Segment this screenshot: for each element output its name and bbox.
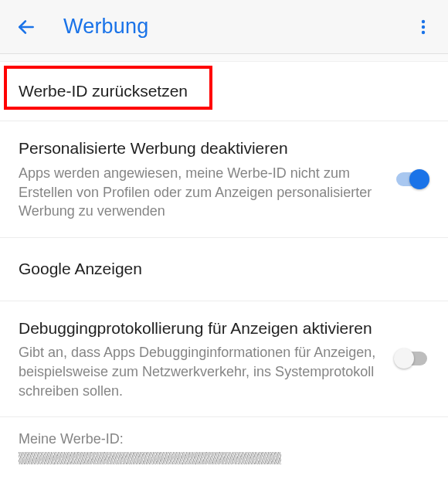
personalized-ads-row[interactable]: Personalisierte Werbung deaktivieren App…: [0, 121, 448, 238]
divider: [0, 54, 448, 62]
google-ads-title: Google Anzeigen: [19, 258, 429, 280]
more-vert-icon[interactable]: [408, 12, 439, 42]
personalized-ads-title: Personalisierte Werbung deaktivieren: [19, 138, 378, 159]
my-ad-id-value-redacted: [19, 452, 281, 464]
debug-logging-toggle[interactable]: [394, 348, 429, 369]
svg-point-1: [422, 19, 425, 22]
my-ad-id-label: Meine Werbe-ID:: [19, 431, 429, 447]
my-ad-id-section: Meine Werbe-ID:: [0, 417, 448, 472]
personalized-ads-desc: Apps werden angewiesen, meine Werbe-ID n…: [19, 164, 378, 221]
debug-logging-row[interactable]: Debuggingprotokollierung für Anzeigen ak…: [0, 301, 448, 418]
page-title: Werbung: [63, 15, 148, 39]
debug-logging-desc: Gibt an, dass Apps Debugginginformatione…: [19, 343, 378, 400]
debug-logging-title: Debuggingprotokollierung für Anzeigen ak…: [19, 318, 378, 339]
reset-ad-id-title: Werbe-ID zurücksetzen: [19, 80, 429, 102]
google-ads-row[interactable]: Google Anzeigen: [0, 238, 448, 301]
svg-point-3: [422, 30, 425, 33]
reset-ad-id-row[interactable]: Werbe-ID zurücksetzen: [0, 62, 448, 121]
app-header: Werbung: [0, 0, 448, 54]
back-icon[interactable]: [11, 12, 42, 42]
personalized-ads-toggle[interactable]: [394, 169, 429, 189]
svg-point-2: [422, 25, 425, 28]
